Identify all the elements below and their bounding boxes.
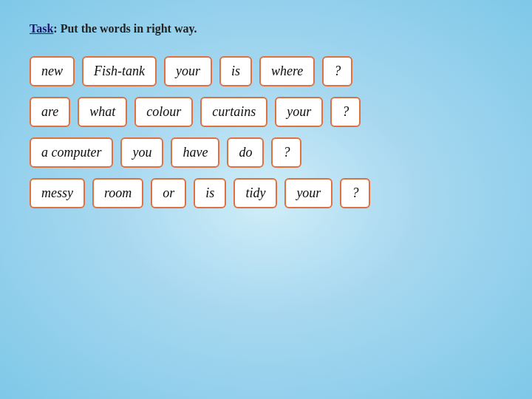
word-card-r4-w4: is (194, 178, 226, 208)
word-row-3: a computeryouhavedo? (30, 137, 502, 168)
word-card-r1-w5: where (259, 56, 315, 86)
word-card-r1-w4: is (219, 56, 252, 86)
word-card-r4-w5: tidy (233, 178, 277, 208)
word-card-r3-w3: have (171, 137, 219, 168)
word-card-r2-w3: colour (134, 97, 193, 127)
word-row-1: newFish-tankyouriswhere? (30, 56, 502, 86)
word-card-r3-w2: you (120, 137, 163, 168)
word-card-r1-w2: Fish-tank (82, 56, 157, 86)
word-card-r1-w6: ? (322, 56, 352, 86)
task-label: Task (30, 22, 53, 35)
word-card-r4-w3: or (151, 178, 186, 208)
word-card-r4-w1: messy (30, 178, 85, 208)
word-card-r3-w1: a computer (30, 137, 113, 168)
word-card-r2-w5: your (275, 97, 323, 127)
word-row-4: messyroomoristidyyour? (30, 178, 502, 208)
word-card-r4-w6: your (284, 178, 332, 208)
word-card-r2-w6: ? (330, 97, 361, 127)
word-card-r2-w1: are (30, 97, 70, 127)
task-instruction: Task: Put the words in right way. (30, 22, 502, 35)
word-card-r4-w2: room (92, 178, 143, 208)
word-card-r1-w1: new (30, 56, 75, 86)
task-colon: : Put the words in right way. (53, 22, 197, 35)
word-row-2: arewhatcolourcurtainsyour? (30, 97, 502, 127)
word-card-r3-w4: do (227, 137, 264, 168)
word-card-r1-w3: your (164, 56, 212, 86)
word-card-r2-w4: curtains (200, 97, 267, 127)
words-grid: newFish-tankyouriswhere?arewhatcolourcur… (30, 56, 502, 208)
word-card-r4-w7: ? (340, 178, 370, 208)
word-card-r2-w2: what (78, 97, 127, 127)
word-card-r3-w5: ? (271, 137, 301, 168)
